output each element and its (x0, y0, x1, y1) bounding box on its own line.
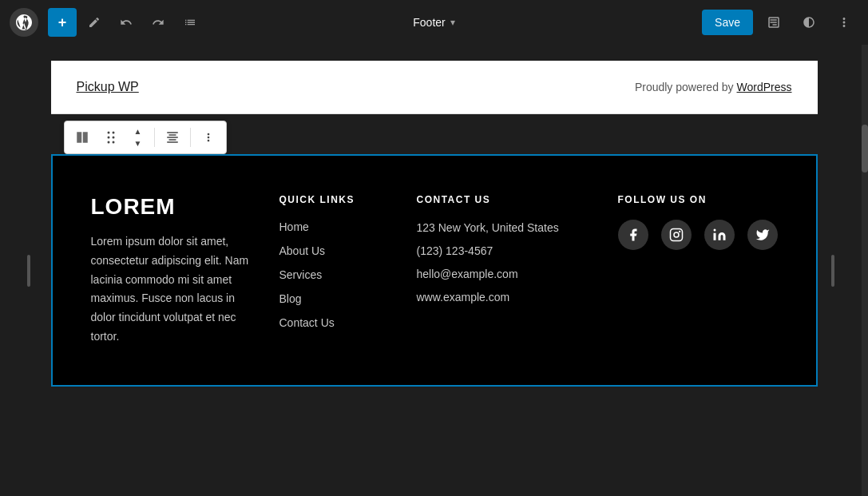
toolbar-left: + (10, 8, 204, 37)
left-resize-handle[interactable] (27, 255, 30, 287)
scroll-track (862, 45, 868, 496)
instagram-icon[interactable] (661, 220, 692, 250)
footer-brand-col: LOREM Lorem ipsum dolor sit amet, consec… (91, 194, 254, 347)
resizer-right[interactable] (830, 45, 836, 496)
twitter-icon[interactable] (747, 220, 778, 250)
footer-social-col: FOLLOW US ON (618, 194, 778, 347)
list-item: Contact Us (279, 315, 391, 330)
contact-address: 123 New York, United States (417, 220, 593, 236)
sidebar-icon (767, 15, 781, 30)
columns-icon (75, 130, 89, 145)
sidebar-toggle-button[interactable] (759, 8, 788, 37)
tools-button[interactable] (80, 8, 109, 37)
drag-handle-button[interactable] (98, 125, 124, 150)
social-icons-container (618, 220, 778, 250)
svg-point-1 (674, 232, 679, 237)
footer-chevron-icon[interactable]: ▾ (450, 17, 455, 28)
block-toolbar: ▲ ▼ (64, 121, 227, 154)
more-block-options-button[interactable] (196, 125, 221, 150)
powered-by: Proudly powered by WordPress (635, 81, 792, 93)
footer-quick-links-col: QUICK LINKS Home About Us Services Blog … (279, 194, 391, 347)
canvas-inner: Pickup WP Proudly powered by WordPress ▲… (51, 61, 818, 480)
toolbar-divider (154, 128, 155, 147)
svg-rect-0 (670, 229, 682, 241)
facebook-icon[interactable] (618, 220, 648, 250)
main-toolbar: + Footer ▾ Save (0, 0, 868, 45)
pencil-icon (88, 16, 101, 29)
move-up-button[interactable]: ▲ (127, 126, 149, 137)
add-block-button[interactable]: + (48, 8, 77, 37)
contrast-button[interactable] (795, 8, 823, 37)
contact-link[interactable]: Contact Us (279, 316, 335, 329)
undo-icon (120, 16, 133, 29)
more-options-button[interactable] (830, 8, 858, 37)
linkedin-icon[interactable] (704, 220, 735, 250)
svg-point-3 (713, 229, 715, 232)
toolbar-center: Footer ▾ (413, 16, 454, 29)
wp-logo-icon (16, 14, 32, 30)
redo-icon (152, 16, 164, 29)
canvas-area: Pickup WP Proudly powered by WordPress ▲… (0, 45, 868, 496)
contrast-icon (802, 15, 816, 30)
footer-label: Footer (413, 16, 445, 29)
list-icon (184, 16, 196, 29)
blog-link[interactable]: Blog (279, 292, 302, 305)
home-link[interactable]: Home (279, 220, 309, 233)
contact-website: www.example.com (417, 289, 593, 306)
services-link[interactable]: Services (279, 268, 323, 281)
undo-button[interactable] (112, 8, 141, 37)
brand-description: Lorem ipsum dolor sit amet, consectetur … (91, 232, 254, 347)
save-button[interactable]: Save (702, 10, 753, 35)
more-icon (202, 131, 215, 144)
footer-contact-col: CONTACT US 123 New York, United States (… (417, 194, 593, 347)
block-type-button[interactable] (69, 125, 95, 150)
brand-name: LOREM (91, 194, 254, 220)
redo-button[interactable] (144, 8, 172, 37)
list-item: About Us (279, 244, 391, 258)
wordpress-logo[interactable] (10, 8, 38, 37)
move-down-button[interactable]: ▼ (127, 138, 149, 149)
align-button[interactable] (160, 125, 185, 150)
site-header: Pickup WP Proudly powered by WordPress (51, 61, 818, 114)
quick-links-list: Home About Us Services Blog Contact Us (279, 220, 391, 330)
resizer-left[interactable] (26, 45, 32, 496)
wordpress-link[interactable]: WordPress (737, 81, 792, 93)
contact-title: CONTACT US (417, 194, 593, 205)
contact-info: 123 New York, United States (123) 123-45… (417, 220, 593, 306)
footer-section: LOREM Lorem ipsum dolor sit amet, consec… (51, 154, 818, 387)
site-logo[interactable]: Pickup WP (77, 80, 139, 94)
ellipsis-icon (837, 15, 851, 30)
contact-email: hello@example.com (417, 266, 593, 283)
toolbar-divider-2 (190, 128, 191, 147)
scroll-thumb[interactable] (862, 125, 868, 173)
list-item: Services (279, 268, 391, 282)
right-resize-handle[interactable] (831, 255, 834, 287)
move-arrows: ▲ ▼ (127, 126, 149, 149)
toolbar-right: Save (702, 8, 858, 37)
drag-icon (104, 130, 118, 145)
align-icon (165, 130, 180, 145)
list-item: Home (279, 220, 391, 234)
quick-links-title: QUICK LINKS (279, 194, 391, 205)
list-item: Blog (279, 292, 391, 306)
about-link[interactable]: About Us (279, 244, 326, 257)
follow-title: FOLLOW US ON (618, 194, 778, 205)
svg-point-2 (679, 231, 680, 232)
list-view-button[interactable] (176, 8, 204, 37)
contact-phone: (123) 123-4567 (417, 243, 593, 260)
